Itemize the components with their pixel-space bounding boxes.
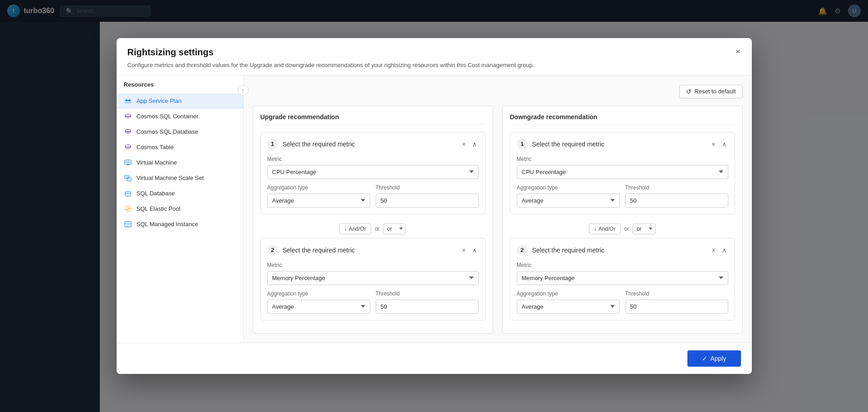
downgrade-metric-2-collapse-button[interactable]: ∧ [720, 246, 728, 255]
upgrade-metric-2-aggregation-field: Aggregation type Average Minimum Maximum [267, 291, 370, 314]
upgrade-metric-2-header: 2 Select the required metric × ∧ [267, 245, 479, 256]
sidebar-item-label-virtual-machine: Virtual Machine [137, 159, 177, 166]
apply-check-icon: ✓ [702, 355, 707, 362]
downgrade-metric-2-aggregation-select[interactable]: Average Minimum Maximum [517, 300, 620, 314]
upgrade-connector-row: ↓ And/Or or or and [260, 220, 485, 238]
upgrade-metric-1-actions: × ∧ [460, 140, 478, 149]
virtual-machine-icon [124, 159, 132, 167]
downgrade-metric-2-metric-select[interactable]: CPU Percentage Memory Percentage Disk Re… [517, 271, 728, 285]
downgrade-metric-card-1: 1 Select the required metric × ∧ Metric … [510, 132, 735, 214]
apply-button[interactable]: ✓ Apply [687, 350, 740, 367]
downgrade-metric-1-threshold-input[interactable]: 50 [625, 194, 728, 208]
upgrade-metric-card-1: 1 Select the required metric × ∧ Metric … [260, 132, 485, 214]
downgrade-metric-1-header: 1 Select the required metric × ∧ [517, 139, 728, 150]
downgrade-metric-1-metric-select[interactable]: CPU Percentage Memory Percentage Disk Re… [517, 165, 728, 179]
downgrade-metric-2-close-button[interactable]: × [710, 246, 717, 255]
cosmos-sql-database-icon [124, 128, 132, 136]
downgrade-metric-2-row: Aggregation type Average Minimum Maximum… [517, 291, 728, 314]
sidebar-item-label-sql-database: SQL Database [137, 190, 175, 197]
modal-close-button[interactable]: × [732, 45, 745, 58]
upgrade-metric-1-metric-label: Metric [267, 156, 479, 162]
downgrade-metric-1-aggregation-select[interactable]: Average Minimum Maximum [517, 194, 620, 208]
upgrade-metric-1-threshold-label: Threshold [376, 184, 479, 191]
svg-point-7 [125, 145, 131, 147]
downgrade-metric-2-number: 2 [517, 245, 528, 256]
upgrade-metric-1-close-button[interactable]: × [460, 140, 467, 149]
rightsizing-modal: Rightsizing settings Configure metrics a… [117, 38, 752, 373]
sidebar-item-label-virtual-machine-scale-set: Virtual Machine Scale Set [137, 174, 204, 181]
sidebar-item-sql-elastic-pool[interactable]: SQL Elastic Pool [117, 201, 243, 217]
downgrade-metric-1-collapse-button[interactable]: ∧ [720, 140, 728, 149]
upgrade-metric-1-metric-select[interactable]: CPU Percentage Memory Percentage Disk Re… [267, 165, 479, 179]
resources-header: Resources [117, 81, 243, 93]
downgrade-connector-dropdown[interactable]: or and [633, 223, 656, 234]
downgrade-arrow-down-icon: ↓ [594, 226, 597, 232]
modal-header: Rightsizing settings Configure metrics a… [117, 38, 752, 75]
app-service-plan-icon [124, 97, 132, 105]
cosmos-table-icon [124, 143, 132, 151]
upgrade-metric-2-collapse-button[interactable]: ∧ [471, 246, 479, 255]
upgrade-and-or-button[interactable]: ↓ And/Or [339, 223, 371, 234]
sidebar-item-label-cosmos-sql-container: Cosmos SQL Container [137, 113, 199, 120]
modal-body: Resources ‹ App Service Plan [117, 76, 752, 343]
upgrade-metric-2-title: Select the required metric [283, 247, 456, 254]
sidebar-item-cosmos-sql-container[interactable]: Cosmos SQL Container [117, 109, 243, 124]
downgrade-metric-1-number: 1 [517, 139, 528, 150]
upgrade-metric-1-header: 1 Select the required metric × ∧ [267, 139, 479, 150]
sidebar-item-sql-managed-instance[interactable]: SQL Managed Instance [117, 217, 243, 232]
reset-to-default-button[interactable]: ↺ Reset to default [679, 85, 742, 98]
upgrade-metric-2-row: Aggregation type Average Minimum Maximum… [267, 291, 479, 314]
sidebar-item-cosmos-sql-database[interactable]: Cosmos SQL Database [117, 124, 243, 140]
downgrade-metric-1-row: Aggregation type Average Minimum Maximum… [517, 184, 728, 208]
sidebar-item-virtual-machine-scale-set[interactable]: Virtual Machine Scale Set [117, 170, 243, 186]
sidebar-item-sql-database[interactable]: SQL Database [117, 186, 243, 201]
downgrade-metric-1-close-button[interactable]: × [710, 140, 717, 149]
downgrade-metric-2-threshold-input[interactable]: 50 [625, 300, 728, 314]
upgrade-metric-2-threshold-label: Threshold [376, 291, 479, 297]
downgrade-and-or-button[interactable]: ↓ And/Or [589, 223, 621, 234]
upgrade-arrow-down-icon: ↓ [344, 226, 347, 232]
upgrade-metric-2-aggregation-select[interactable]: Average Minimum Maximum [267, 300, 370, 314]
svg-point-16 [125, 191, 131, 193]
downgrade-metric-1-threshold-field: Threshold 50 [625, 184, 728, 208]
downgrade-connector-row: ↓ And/Or or or and [510, 220, 735, 238]
downgrade-metric-1-aggregation-label: Aggregation type [517, 184, 620, 191]
svg-rect-22 [126, 226, 128, 227]
downgrade-metric-1-title: Select the required metric [532, 141, 706, 148]
upgrade-metric-1-collapse-button[interactable]: ∧ [471, 140, 479, 149]
sql-managed-instance-icon [124, 220, 132, 228]
modal-title: Rightsizing settings [128, 47, 741, 58]
sidebar-collapse-button[interactable]: ‹ [238, 85, 249, 96]
sidebar-item-app-service-plan[interactable]: App Service Plan [117, 93, 243, 109]
upgrade-metric-2-threshold-field: Threshold 50 [376, 291, 479, 314]
resources-sidebar: Resources ‹ App Service Plan [117, 76, 244, 343]
upgrade-metric-2-metric-select[interactable]: CPU Percentage Memory Percentage Disk Re… [267, 271, 479, 285]
svg-rect-1 [126, 100, 128, 101]
upgrade-metric-1-number: 1 [267, 139, 278, 150]
svg-point-3 [125, 114, 131, 116]
downgrade-metric-2-actions: × ∧ [710, 246, 728, 255]
sidebar-item-label-cosmos-table: Cosmos Table [137, 144, 174, 150]
modal-main-content: ↺ Reset to default Upgrade recommendatio… [244, 76, 752, 343]
sidebar-item-cosmos-table[interactable]: Cosmos Table [117, 140, 243, 155]
svg-rect-15 [126, 176, 128, 178]
upgrade-recommendation-title: Upgrade recommendation [260, 113, 485, 125]
downgrade-recommendation-title: Downgrade recommendation [510, 113, 735, 125]
sidebar-item-label-sql-elastic-pool: SQL Elastic Pool [137, 205, 181, 212]
sidebar-item-virtual-machine[interactable]: Virtual Machine [117, 155, 243, 170]
upgrade-metric-1-threshold-input[interactable]: 50 [376, 194, 479, 208]
upgrade-metric-1-aggregation-label: Aggregation type [267, 184, 370, 191]
sidebar-item-label-sql-managed-instance: SQL Managed Instance [137, 221, 198, 228]
upgrade-metric-2-close-button[interactable]: × [460, 246, 467, 255]
upgrade-connector-dropdown[interactable]: or and [383, 223, 406, 234]
downgrade-metric-2-aggregation-label: Aggregation type [517, 291, 620, 297]
recommendations-grid: Upgrade recommendation 1 Select the requ… [253, 106, 743, 334]
downgrade-metric-2-aggregation-field: Aggregation type Average Minimum Maximum [517, 291, 620, 314]
upgrade-metric-2-threshold-input[interactable]: 50 [376, 300, 479, 314]
sidebar-item-label-cosmos-sql-database: Cosmos SQL Database [137, 128, 198, 135]
reset-label: Reset to default [694, 88, 736, 95]
downgrade-metric-2-threshold-label: Threshold [625, 291, 728, 297]
upgrade-recommendation-section: Upgrade recommendation 1 Select the requ… [253, 106, 493, 334]
upgrade-metric-1-aggregation-field: Aggregation type Average Minimum Maximum [267, 184, 370, 208]
upgrade-metric-1-aggregation-select[interactable]: Average Minimum Maximum [267, 194, 370, 208]
